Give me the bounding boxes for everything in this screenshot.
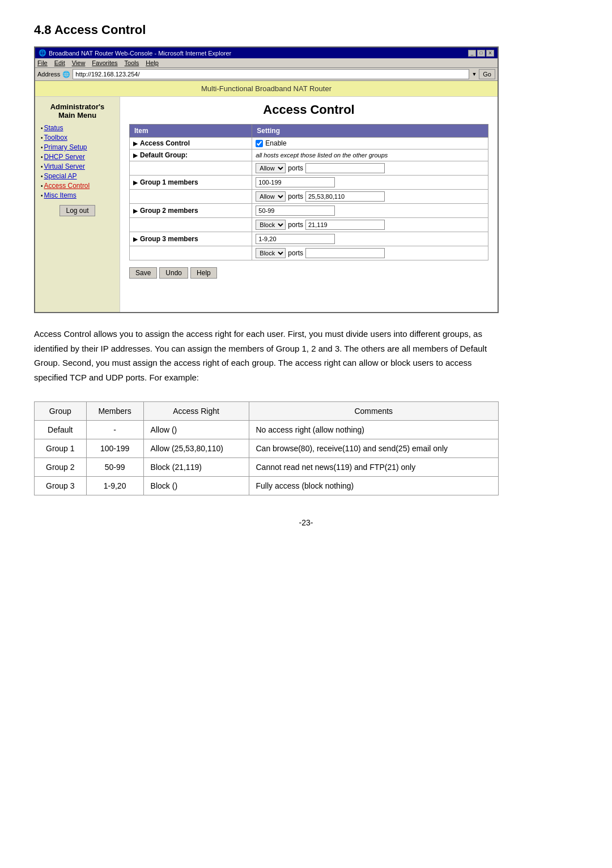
sidebar-link-status[interactable]: Status <box>44 124 63 132</box>
go-button[interactable]: Go <box>479 69 495 79</box>
table-row: Allow Block ports <box>130 246 488 260</box>
col-members: Members <box>86 402 143 421</box>
group1-members-input[interactable] <box>256 177 335 187</box>
setting-cell[interactable] <box>252 232 488 246</box>
sidebar-item-status[interactable]: • Status <box>41 124 114 132</box>
sidebar-link-miscitems[interactable]: Misc Items <box>44 191 76 199</box>
menu-tools[interactable]: Tools <box>125 59 139 66</box>
bullet-icon: • <box>41 154 43 160</box>
table-row: Default - Allow () No access right (allo… <box>35 421 499 439</box>
cell-access-right: Block () <box>143 477 249 495</box>
table-row: Allow Block ports <box>130 218 488 232</box>
cell-comments: Cannot read net news(119) and FTP(21) on… <box>249 458 499 477</box>
allow-select-default[interactable]: Allow Block <box>256 163 286 173</box>
col-item: Item <box>130 125 252 138</box>
button-row: Save Undo Help <box>129 267 488 279</box>
allow-select-g2[interactable]: Allow Block <box>256 220 286 230</box>
cell-group: Group 1 <box>35 439 87 458</box>
cell-members: - <box>86 421 143 439</box>
setting-cell[interactable] <box>252 176 488 190</box>
cell-comments: Fully access (block nothing) <box>249 477 499 495</box>
ports-input-default[interactable] <box>305 163 385 173</box>
setting-cell[interactable]: Allow Block ports <box>252 246 488 260</box>
item-label: ▶ Group 3 members <box>130 232 252 246</box>
table-row: Group 3 1-9,20 Block () Fully access (bl… <box>35 477 499 495</box>
group3-members-input[interactable] <box>256 234 335 244</box>
browser-menubar: File Edit View Favorites Tools Help <box>35 58 498 68</box>
menu-favorites[interactable]: Favorites <box>92 59 117 66</box>
setting-cell[interactable]: Allow Block ports <box>252 190 488 204</box>
sidebar-link-toolbox[interactable]: Toolbox <box>44 134 67 142</box>
dropdown-arrow-icon[interactable]: ▼ <box>471 71 477 77</box>
page-number: -23- <box>34 518 578 527</box>
help-button[interactable]: Help <box>190 267 217 279</box>
cell-comments: Can browse(80), receive(110) and send(25… <box>249 439 499 458</box>
cell-members: 100-199 <box>86 439 143 458</box>
table-row: ▶ Group 3 members <box>130 232 488 246</box>
item-label <box>130 218 252 232</box>
cell-group: Group 2 <box>35 458 87 477</box>
setting-cell[interactable] <box>252 204 488 218</box>
menu-help[interactable]: Help <box>146 59 159 66</box>
address-input[interactable] <box>73 69 469 79</box>
minimize-button[interactable]: _ <box>468 50 476 57</box>
sidebar-link-specialap[interactable]: Special AP <box>44 172 77 180</box>
browser-title-text: 🌐 Broadband NAT Router Web-Console - Mic… <box>39 49 231 57</box>
item-label <box>130 161 252 176</box>
sidebar-item-primarysetup[interactable]: • Primary Setup <box>41 143 114 151</box>
sidebar-link-accesscontrol[interactable]: Access Control <box>44 182 90 190</box>
setting-cell: all hosts except those listed on the oth… <box>252 149 488 161</box>
sidebar-title: Administrator's Main Menu <box>41 102 114 119</box>
cell-access-right: Allow (25,53,80,110) <box>143 439 249 458</box>
ports-input-g1[interactable] <box>305 191 385 202</box>
maximize-button[interactable]: □ <box>477 50 485 57</box>
sidebar-link-virtualserver[interactable]: Virtual Server <box>44 163 85 170</box>
sidebar-item-toolbox[interactable]: • Toolbox <box>41 134 114 142</box>
undo-button[interactable]: Undo <box>159 267 188 279</box>
sidebar-item-specialap[interactable]: • Special AP <box>41 172 114 180</box>
ports-input-g3[interactable] <box>305 248 385 258</box>
cell-members: 1-9,20 <box>86 477 143 495</box>
cell-group: Group 3 <box>35 477 87 495</box>
sidebar-link-primarysetup[interactable]: Primary Setup <box>44 143 87 151</box>
sidebar-item-accesscontrol[interactable]: • Access Control <box>41 182 114 190</box>
setting-cell[interactable]: Allow Block ports <box>252 161 488 176</box>
bullet-icon: • <box>41 135 43 141</box>
sidebar-link-dhcp[interactable]: DHCP Server <box>44 153 85 161</box>
titlebar-buttons[interactable]: _ □ X <box>468 50 494 57</box>
setting-cell[interactable]: Allow Block ports <box>252 218 488 232</box>
table-row: ▶ Group 1 members <box>130 176 488 190</box>
save-button[interactable]: Save <box>129 267 157 279</box>
address-icon: 🌐 <box>62 71 70 78</box>
ports-input-g2[interactable] <box>305 220 385 230</box>
table-row: ▶ Access Control Enable <box>130 138 488 149</box>
address-label: Address <box>37 71 60 78</box>
triangle-icon: ▶ <box>133 152 138 159</box>
enable-checkbox[interactable] <box>256 140 263 147</box>
bullet-icon: • <box>41 144 43 151</box>
menu-view[interactable]: View <box>72 59 86 66</box>
triangle-icon: ▶ <box>133 236 138 242</box>
menu-edit[interactable]: Edit <box>54 59 65 66</box>
item-label: ▶ Group 2 members <box>130 204 252 218</box>
data-table: Group Members Access Right Comments Defa… <box>34 401 499 495</box>
bullet-icon: • <box>41 173 43 179</box>
sidebar-item-virtualserver[interactable]: • Virtual Server <box>41 163 114 170</box>
sidebar-item-miscitems[interactable]: • Misc Items <box>41 191 114 199</box>
router-header: Multi-Functional Broadband NAT Router <box>35 81 498 97</box>
page-title: Access Control <box>129 102 488 117</box>
allow-select-g1[interactable]: Allow Block <box>256 191 286 202</box>
sidebar-item-dhcp[interactable]: • DHCP Server <box>41 153 114 161</box>
close-button[interactable]: X <box>486 50 494 57</box>
triangle-icon: ▶ <box>133 179 138 186</box>
allow-select-g3[interactable]: Allow Block <box>256 248 286 258</box>
logout-button[interactable]: Log out <box>60 205 95 216</box>
item-label: ▶ Default Group: <box>130 149 252 161</box>
cell-group: Default <box>35 421 87 439</box>
col-group: Group <box>35 402 87 421</box>
group2-members-input[interactable] <box>256 206 335 216</box>
table-row: Group 1 100-199 Allow (25,53,80,110) Can… <box>35 439 499 458</box>
item-label: ▶ Group 1 members <box>130 176 252 190</box>
menu-file[interactable]: File <box>37 59 48 66</box>
cell-members: 50-99 <box>86 458 143 477</box>
